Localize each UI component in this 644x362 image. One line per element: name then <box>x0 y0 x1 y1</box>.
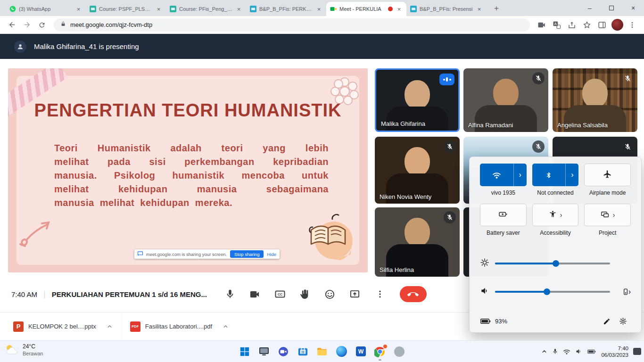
mic-muted-icon <box>444 140 456 153</box>
brightness-slider-knob[interactable] <box>553 260 559 267</box>
back-button[interactable] <box>5 18 19 32</box>
camera-button[interactable] <box>248 287 262 301</box>
window-close-button[interactable]: × <box>622 0 644 16</box>
tab-meet-active[interactable]: Meet - PERKULIA × <box>326 2 406 16</box>
tray-overflow-chevron-icon[interactable] <box>541 348 547 354</box>
browser-menu-icon[interactable] <box>625 18 639 32</box>
taskbar-icon-gray-app[interactable] <box>393 345 406 358</box>
airplane-mode-button[interactable] <box>584 164 631 186</box>
brightness-slider[interactable] <box>495 263 610 264</box>
tab-close-icon[interactable]: × <box>235 6 242 13</box>
shared-screen-presentation: PENGERTIAN TEORI HUMANISTIK Teori Humani… <box>8 68 368 272</box>
mic-button[interactable] <box>223 287 237 301</box>
tab-perkuliahan[interactable]: B&P_B_PFis: PERKULIA × <box>246 2 326 16</box>
audio-output-selector[interactable]: › <box>616 288 631 296</box>
video-tile-niken[interactable]: Niken Novia Wenty <box>375 137 460 204</box>
svg-text:A: A <box>554 22 557 26</box>
weather-temp: 24°C <box>23 343 43 350</box>
tray-battery-icon[interactable] <box>587 349 596 354</box>
presenter-avatar <box>14 41 26 53</box>
download-menu-caret-icon[interactable] <box>107 323 113 329</box>
tab-whatsapp[interactable]: (3) WhatsApp × <box>6 2 86 16</box>
taskbar-icon-store[interactable] <box>296 345 309 358</box>
tray-wifi-icon[interactable] <box>563 348 570 355</box>
download-item-pptx[interactable]: P KELOMPOK 2 bel....pptx <box>5 313 121 340</box>
volume-slider-knob[interactable] <box>544 288 550 295</box>
quick-settings-footer: 93% <box>480 317 631 325</box>
translate-icon[interactable]: A <box>550 18 564 32</box>
wifi-toggle-button[interactable]: › <box>480 164 527 186</box>
captions-button[interactable]: CC <box>273 287 287 301</box>
presenting-text: Malika Ghifarina_41 is presenting <box>34 42 139 50</box>
meeting-time: 7:40 AM <box>11 290 37 298</box>
audio-output-chevron-icon: › <box>628 288 631 296</box>
hide-share-bar-link[interactable]: Hide <box>267 252 276 257</box>
download-file-name: Fasilitas Laboratori....pdf <box>145 323 212 330</box>
taskbar-icon-word[interactable]: W <box>354 345 367 358</box>
browser-toolbar: meet.google.com/qjz-fcvm-dtp A <box>0 16 644 34</box>
end-call-button[interactable] <box>400 286 427 302</box>
volume-slider[interactable] <box>495 291 610 293</box>
stop-sharing-button[interactable]: Stop sharing <box>230 250 264 258</box>
download-menu-caret-icon[interactable] <box>223 323 229 329</box>
start-button[interactable] <box>238 345 251 358</box>
tray-mic-icon[interactable] <box>552 348 558 354</box>
bluetooth-expand-chevron-icon[interactable]: › <box>565 164 578 186</box>
mic-muted-icon <box>532 72 545 84</box>
project-label: Project <box>599 230 616 236</box>
more-options-button[interactable] <box>373 287 387 301</box>
battery-saver-label: Battery saver <box>487 230 520 236</box>
edit-quick-settings-button[interactable] <box>599 318 615 325</box>
project-button[interactable]: › <box>584 204 631 226</box>
taskbar-icon-video-app[interactable] <box>277 345 290 358</box>
side-panel-icon[interactable] <box>595 18 609 32</box>
address-bar[interactable]: meet.google.com/qjz-fcvm-dtp <box>54 18 530 32</box>
gray-app-icon <box>394 346 405 357</box>
tab-presensi[interactable]: B&P_B_PFis: Presensi × <box>406 2 487 16</box>
download-item-pdf[interactable]: PDF Fasilitas Laboratori....pdf <box>121 313 237 340</box>
new-tab-button[interactable]: + <box>490 2 503 15</box>
notification-center-button[interactable] <box>633 348 641 355</box>
tab-close-icon[interactable]: × <box>476 6 483 13</box>
lock-icon <box>60 21 66 29</box>
tab-close-icon[interactable]: × <box>155 6 162 13</box>
wifi-expand-chevron-icon[interactable]: › <box>513 164 527 186</box>
reactions-button[interactable] <box>323 287 337 301</box>
camera-permission-icon[interactable] <box>535 18 549 32</box>
taskbar-icon-display-app[interactable] <box>257 345 271 358</box>
taskbar-clock[interactable]: 7:40 06/03/2023 <box>601 345 628 358</box>
tab-close-icon[interactable]: × <box>75 6 82 13</box>
project-chevron-icon: › <box>613 211 615 219</box>
weather-condition: Berawan <box>23 350 43 357</box>
taskbar-icon-chrome[interactable] <box>373 345 387 358</box>
taskbar-icon-file-explorer[interactable] <box>315 345 329 358</box>
raise-hand-button[interactable] <box>298 287 312 301</box>
speaking-indicator-icon <box>439 74 454 85</box>
video-tile-malika[interactable]: Malika Ghifarina <box>375 68 460 132</box>
window-minimize-button[interactable]: – <box>579 0 601 16</box>
accessibility-chevron-icon: › <box>560 211 562 219</box>
taskbar-icon-edge[interactable] <box>335 345 348 358</box>
weather-icon <box>5 344 19 357</box>
bookmark-star-icon[interactable] <box>580 18 594 32</box>
present-button[interactable] <box>348 287 362 301</box>
video-tile-alfina[interactable]: Alfina Ramadani <box>463 68 548 132</box>
bluetooth-toggle-button[interactable]: › <box>532 164 579 186</box>
video-tile-angelina[interactable]: Angelina Salsabila <box>553 68 637 132</box>
refresh-button[interactable] <box>35 18 49 32</box>
taskbar-weather-widget[interactable]: 24°C Berawan <box>5 343 43 357</box>
tab-close-icon[interactable]: × <box>396 6 403 13</box>
video-tile-silfia[interactable]: Silfia Herlina <box>375 207 460 277</box>
tab-course-2[interactable]: Course: PFis_Peng_Lab × <box>166 2 246 16</box>
share-icon[interactable] <box>565 18 579 32</box>
download-file-name: KELOMPOK 2 bel....pptx <box>28 323 96 330</box>
window-maximize-button[interactable] <box>601 0 622 16</box>
battery-saver-button[interactable] <box>480 204 527 226</box>
accessibility-button[interactable]: › <box>532 204 579 226</box>
tab-close-icon[interactable]: × <box>315 6 322 13</box>
profile-avatar[interactable] <box>610 18 624 32</box>
forward-button[interactable] <box>20 18 34 32</box>
tray-volume-icon[interactable] <box>575 348 582 355</box>
settings-gear-button[interactable] <box>615 317 631 325</box>
tab-course-1[interactable]: Course: PSPF_PLS_A_G × <box>86 2 166 16</box>
